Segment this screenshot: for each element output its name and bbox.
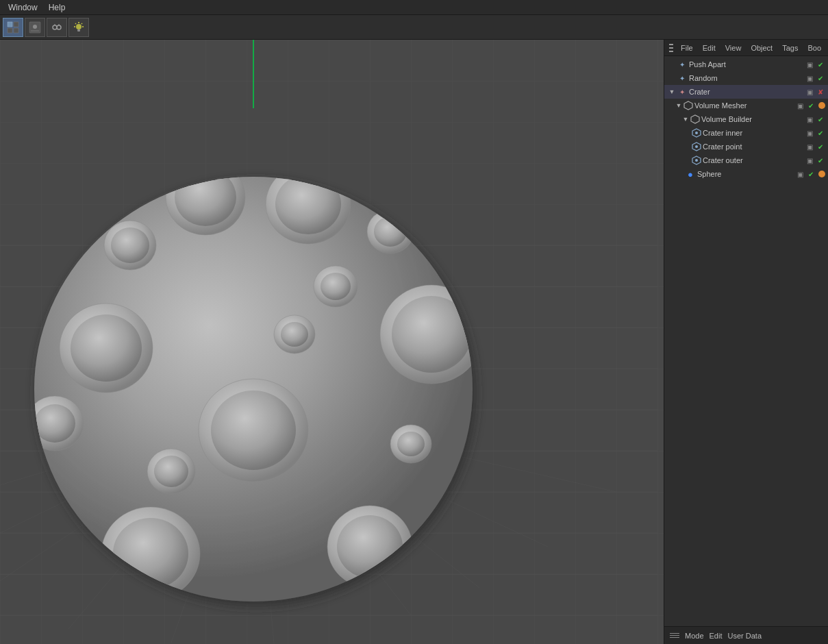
- check-volume-builder[interactable]: ✔: [816, 114, 825, 124]
- vis-sphere[interactable]: ▣: [795, 169, 805, 179]
- actions-crater: ▣ ✘: [805, 87, 825, 97]
- vis-volume-builder[interactable]: ▣: [805, 114, 814, 124]
- tree-item-crater-outer[interactable]: Crater outer ▣ ✔: [664, 153, 828, 167]
- vis-volume-mesher[interactable]: ▣: [795, 101, 805, 110]
- icon-crater-inner: [692, 128, 701, 138]
- vis-push-apart[interactable]: ▣: [805, 60, 814, 69]
- label-crater: Crater: [689, 88, 802, 96]
- vis-crater-point[interactable]: ▣: [805, 142, 814, 151]
- label-sphere: Sphere: [697, 170, 792, 178]
- bottom-hamburger[interactable]: [670, 631, 679, 641]
- panel-menu-edit[interactable]: Edit: [699, 42, 720, 53]
- bottom-mode[interactable]: Mode: [685, 632, 704, 640]
- svg-rect-2: [8, 28, 12, 33]
- toolbar-anim-btn[interactable]: [47, 18, 67, 37]
- label-crater-inner: Crater inner: [703, 129, 802, 137]
- label-crater-outer: Crater outer: [703, 156, 802, 164]
- svg-rect-12: [77, 29, 80, 32]
- icon-volume-builder: [690, 114, 700, 124]
- actions-random: ▣ ✔: [805, 73, 825, 83]
- check-volume-mesher[interactable]: ✔: [806, 101, 816, 110]
- svg-point-57: [111, 227, 149, 263]
- label-push-apart: Push Apart: [689, 60, 802, 69]
- panel-menu-file[interactable]: File: [677, 42, 697, 53]
- svg-marker-73: [684, 101, 692, 110]
- icon-push-apart: ✦: [677, 59, 688, 70]
- svg-point-63: [281, 322, 308, 347]
- panel-menu-view[interactable]: View: [721, 42, 746, 53]
- menu-item-window[interactable]: Window: [3, 1, 43, 14]
- panel-menu-object[interactable]: Object: [747, 42, 777, 53]
- vis-random[interactable]: ▣: [805, 73, 814, 83]
- icon-volume-mesher: [683, 101, 693, 110]
- tree-item-random[interactable]: ✦ Random ▣ ✔: [664, 71, 828, 85]
- toolbar-light-btn[interactable]: [68, 18, 89, 37]
- arrow-random: [667, 73, 677, 83]
- bottom-user-data[interactable]: User Data: [728, 632, 762, 640]
- svg-rect-6: [31, 30, 39, 32]
- actions-crater-inner: ▣ ✔: [805, 128, 825, 138]
- label-volume-mesher: Volume Mesher: [694, 101, 792, 110]
- svg-point-61: [154, 456, 188, 487]
- arrow-crater[interactable]: ▼: [667, 87, 677, 97]
- check-crater[interactable]: ✘: [816, 87, 825, 97]
- svg-point-8: [57, 25, 61, 29]
- svg-line-14: [81, 23, 82, 24]
- bottom-edit[interactable]: Edit: [710, 632, 723, 640]
- actions-volume-builder: ▣ ✔: [805, 114, 825, 124]
- arrow-volume-builder[interactable]: ▼: [681, 114, 690, 124]
- vis-crater-outer[interactable]: ▣: [805, 156, 814, 165]
- check-sphere[interactable]: ✔: [806, 169, 816, 179]
- label-volume-builder: Volume Builder: [701, 115, 802, 123]
- svg-point-47: [71, 314, 142, 382]
- dot-volume-mesher: [818, 102, 825, 109]
- viewport[interactable]: Default Camera • ✛ ⬇ ↺ ⬜: [0, 40, 664, 644]
- svg-point-59: [321, 273, 351, 300]
- label-crater-point: Crater point: [703, 143, 802, 151]
- svg-point-80: [695, 159, 698, 162]
- dot-sphere: [818, 171, 825, 177]
- tree-item-push-apart[interactable]: ✦ Push Apart ▣ ✔: [664, 58, 828, 71]
- panel-menu-tags[interactable]: Tags: [778, 42, 802, 53]
- main-layout: Default Camera • ✛ ⬇ ↺ ⬜: [0, 40, 828, 644]
- actions-push-apart: ▣ ✔: [805, 60, 825, 69]
- svg-point-76: [695, 132, 698, 134]
- bottom-properties-panel: Mode Edit User Data: [664, 626, 828, 644]
- menu-item-help[interactable]: Help: [43, 1, 71, 14]
- tree-item-crater-inner[interactable]: Crater inner ▣ ✔: [664, 126, 828, 140]
- check-crater-outer[interactable]: ✔: [816, 156, 825, 165]
- tree-item-crater[interactable]: ▼ ✦ Crater ▣ ✘: [664, 85, 828, 99]
- check-crater-inner[interactable]: ✔: [816, 128, 825, 138]
- toolbar-layout-btn[interactable]: [3, 18, 23, 37]
- svg-rect-0: [8, 22, 12, 27]
- svg-point-49: [211, 391, 296, 470]
- actions-volume-mesher: ▣ ✔: [795, 101, 825, 110]
- toolbar-render-btn[interactable]: [25, 18, 45, 37]
- check-push-apart[interactable]: ✔: [816, 60, 825, 69]
- actions-crater-outer: ▣ ✔: [805, 156, 825, 165]
- menu-bar: Window Help: [0, 0, 828, 15]
- tree-item-volume-mesher[interactable]: ▼ Volume Mesher ▣ ✔: [664, 99, 828, 112]
- actions-crater-point: ▣ ✔: [805, 142, 825, 151]
- vis-crater[interactable]: ▣: [805, 87, 814, 97]
- toolbar: [0, 15, 828, 40]
- panel-menu-boo[interactable]: Boo: [803, 42, 825, 53]
- arrow-push-apart: [667, 60, 677, 69]
- panel-hamburger[interactable]: [667, 42, 675, 54]
- arrow-volume-mesher[interactable]: ▼: [674, 101, 683, 110]
- icon-random: ✦: [677, 73, 688, 84]
- vis-crater-inner[interactable]: ▣: [805, 128, 814, 138]
- tree-item-sphere[interactable]: ● Sphere ▣ ✔: [664, 167, 828, 181]
- svg-marker-74: [691, 115, 699, 123]
- icon-crater: ✦: [677, 86, 688, 97]
- svg-point-78: [695, 145, 698, 148]
- tree-item-crater-point[interactable]: Crater point ▣ ✔: [664, 140, 828, 153]
- tree-item-volume-builder[interactable]: ▼ Volume Builder ▣ ✔: [664, 112, 828, 126]
- icon-crater-outer: [692, 156, 701, 165]
- scene-tree: ✦ Push Apart ▣ ✔ ✦ Random ▣ ✔: [664, 56, 828, 626]
- svg-rect-3: [14, 28, 18, 33]
- check-random[interactable]: ✔: [816, 73, 825, 83]
- actions-sphere: ▣ ✔: [795, 169, 825, 179]
- check-crater-point[interactable]: ✔: [816, 142, 825, 151]
- panel-menu: File Edit View Object Tags Boo: [664, 40, 828, 56]
